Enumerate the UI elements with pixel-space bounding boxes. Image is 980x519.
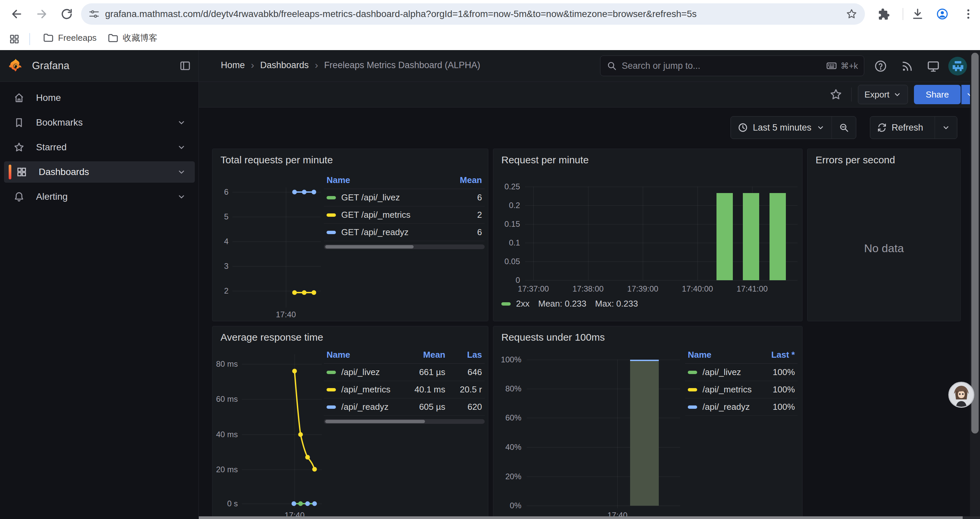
time-range-picker[interactable]: Last 5 minutes: [731, 117, 832, 139]
series-name[interactable]: /api/_readyz: [703, 402, 755, 412]
series-name[interactable]: GET /api/_livez: [341, 192, 442, 203]
scrollbar-thumb[interactable]: [199, 516, 963, 519]
dashboard-toolbar: Export Share: [199, 82, 980, 107]
sidebar: Home Bookmarks Starred: [0, 82, 199, 519]
bar-2xx: [743, 193, 759, 280]
time-range-label: Last 5 minutes: [753, 123, 811, 133]
legend-row[interactable]: GET /api/_metrics 2: [324, 206, 485, 224]
panel-title[interactable]: Errors per second: [816, 154, 895, 166]
apps-grid-icon[interactable]: [9, 34, 20, 45]
url-bar[interactable]: grafana.mathmast.com/d/deytv4rwavabkb/fr…: [81, 3, 865, 25]
panel-title[interactable]: Total requests per minute: [221, 154, 333, 166]
legend-header-last[interactable]: Las: [445, 350, 482, 360]
back-icon[interactable]: [10, 7, 23, 21]
series-name[interactable]: GET /api/_readyz: [341, 227, 442, 238]
legend-header-name[interactable]: Name: [326, 350, 402, 360]
export-button[interactable]: Export: [858, 85, 908, 104]
bookmark-star-icon[interactable]: [846, 8, 858, 20]
horizontal-scrollbar[interactable]: [199, 516, 980, 519]
legend-row[interactable]: /api/_livez 661 µs 646: [324, 364, 485, 381]
legend-row[interactable]: /api/_readyz 605 µs 620: [324, 398, 485, 416]
reload-icon[interactable]: [60, 7, 73, 21]
y-tick: 0.25: [493, 182, 520, 192]
zoom-out-button[interactable]: [832, 117, 856, 139]
legend-row[interactable]: GET /api/_readyz 6: [324, 224, 485, 241]
grafana-brand[interactable]: Grafana: [32, 60, 69, 72]
help-icon[interactable]: [874, 59, 887, 73]
breadcrumb-home[interactable]: Home: [221, 60, 245, 70]
data-point: [292, 190, 297, 194]
url-text[interactable]: grafana.mathmast.com/d/deytv4rwavabkb/fr…: [105, 9, 846, 19]
gridline: [232, 217, 321, 217]
sidebar-item-home[interactable]: Home: [4, 87, 195, 109]
series-name[interactable]: /api/_livez: [341, 367, 402, 377]
y-tick: 40%: [493, 442, 521, 452]
legend-header-name[interactable]: Name: [326, 175, 442, 185]
sidebar-item-bookmarks[interactable]: Bookmarks: [4, 112, 195, 133]
y-tick: 20%: [493, 472, 521, 481]
monitor-icon[interactable]: [927, 59, 940, 73]
y-tick: 60%: [493, 413, 521, 423]
legend-header-name[interactable]: Name: [688, 350, 755, 360]
gridline: [525, 280, 797, 281]
series-color-chip: [326, 213, 336, 217]
forward-icon[interactable]: [35, 7, 48, 21]
legend-table: Name Last * /api/_livez 100% /api/_metri…: [685, 348, 797, 416]
refresh-button[interactable]: Refresh: [870, 117, 935, 139]
legend-row[interactable]: /api/_livez 100%: [685, 364, 797, 381]
favorite-star-icon[interactable]: [829, 88, 843, 101]
legend[interactable]: 2xx Mean: 0.233 Max: 0.233: [501, 299, 638, 309]
x-tick: 17:39:00: [627, 284, 658, 294]
vertical-scrollbar[interactable]: [970, 50, 980, 519]
sidebar-item-label: Alerting: [36, 192, 68, 202]
site-settings-icon[interactable]: [88, 8, 100, 20]
legend-row[interactable]: /api/_metrics 100%: [685, 381, 797, 398]
panel-title[interactable]: Request per minute: [501, 154, 589, 166]
sidebar-item-alerting[interactable]: Alerting: [4, 186, 195, 208]
series-name[interactable]: /api/_readyz: [341, 402, 402, 412]
legend-row[interactable]: /api/_metrics 40.1 ms 20.5 r: [324, 381, 485, 398]
chevron-down-icon[interactable]: [177, 192, 186, 201]
grafana-app: Grafana Home › Dashboards › Freeleaps Me…: [0, 50, 980, 519]
browser-menu-icon[interactable]: [962, 8, 975, 21]
scrollbar-thumb[interactable]: [971, 53, 978, 433]
chevron-down-icon[interactable]: [177, 118, 186, 127]
extensions-icon[interactable]: [877, 8, 890, 21]
y-tick: 3: [213, 262, 229, 271]
share-button[interactable]: Share: [914, 85, 961, 104]
breadcrumb-dashboards[interactable]: Dashboards: [260, 60, 309, 70]
legend-scrollbar[interactable]: [324, 244, 485, 249]
series-mean: Mean: 0.233: [538, 299, 586, 309]
series-name[interactable]: /api/_metrics: [341, 385, 402, 395]
bookmark-folder-blogs[interactable]: 收藏博客: [107, 32, 158, 44]
legend-scrollbar[interactable]: [324, 419, 485, 424]
bookmark-folder-freeleaps[interactable]: Freeleaps: [43, 32, 97, 43]
profile-icon[interactable]: [936, 8, 949, 21]
scrollbar-thumb[interactable]: [325, 420, 425, 423]
refresh-interval-dropdown[interactable]: [935, 117, 957, 139]
chevron-down-icon[interactable]: [177, 143, 186, 152]
downloads-icon[interactable]: [911, 8, 924, 21]
user-avatar[interactable]: [948, 56, 967, 76]
x-tick: 17:40: [276, 310, 296, 319]
legend-row[interactable]: /api/_readyz 100%: [685, 398, 797, 416]
legend-header-mean[interactable]: Mean: [442, 175, 482, 185]
sidebar-item-starred[interactable]: Starred: [4, 137, 195, 158]
chevron-down-icon[interactable]: [177, 167, 186, 177]
legend-header-mean[interactable]: Mean: [402, 350, 445, 360]
panel-title[interactable]: Requests under 100ms: [501, 332, 605, 343]
series-name[interactable]: GET /api/_metrics: [341, 210, 442, 220]
legend-row[interactable]: GET /api/_livez 6: [324, 189, 485, 206]
series-name[interactable]: 2xx: [516, 299, 529, 309]
sidebar-item-dashboards[interactable]: Dashboards: [4, 161, 195, 183]
floating-assistant-avatar[interactable]: [948, 382, 974, 408]
legend-header-last[interactable]: Last *: [755, 350, 795, 360]
series-name[interactable]: /api/_metrics: [703, 385, 755, 395]
series-name[interactable]: /api/_livez: [703, 367, 755, 377]
y-tick: 0.1: [493, 238, 520, 248]
sidebar-toggle-icon[interactable]: [179, 60, 191, 72]
news-rss-icon[interactable]: [900, 59, 914, 73]
search-input[interactable]: Search or jump to... ⌘+k: [600, 56, 864, 76]
grafana-logo[interactable]: [8, 58, 23, 73]
scrollbar-thumb[interactable]: [325, 245, 414, 249]
